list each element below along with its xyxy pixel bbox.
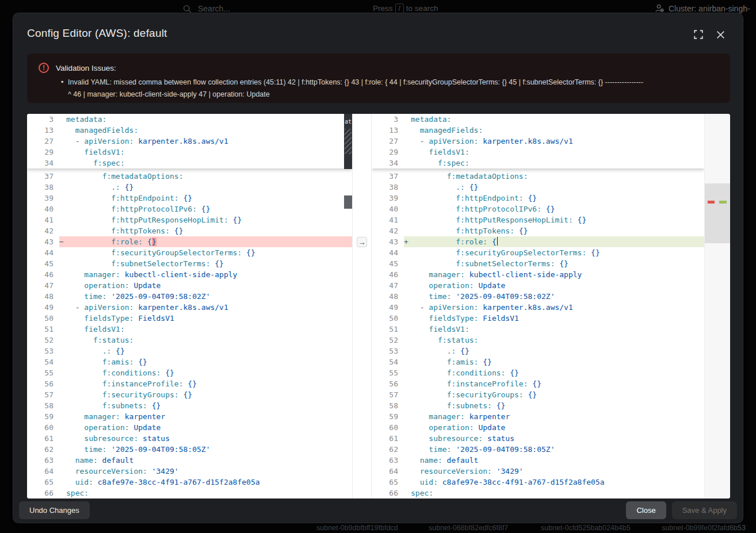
code-token: fieldsV1: bbox=[84, 325, 124, 333]
code-line-59[interactable]: 59 manager: karpenter bbox=[27, 411, 352, 422]
code-line-44[interactable]: 44 f:securityGroupSelectorTerms: {} bbox=[372, 247, 704, 258]
code-line-51[interactable]: 51 fieldsV1: bbox=[372, 324, 704, 335]
code-line-56[interactable]: 56 f:instanceProfile: {} bbox=[27, 378, 352, 389]
fullscreen-button[interactable] bbox=[692, 28, 705, 41]
line-content: f:amis: {} bbox=[404, 356, 704, 367]
code-line-34[interactable]: 34 f:spec: bbox=[372, 158, 704, 168]
code-line-65[interactable]: 65 uid: c8afe97e-38cc-4f91-a767-d15f2a8f… bbox=[372, 477, 704, 488]
code-line-50[interactable]: 50 fieldsType: FieldsV1 bbox=[372, 313, 704, 324]
code-line-61[interactable]: 61 subresource: status bbox=[372, 433, 704, 444]
line-content: - apiVersion: karpenter.k8s.aws/v1 bbox=[59, 136, 352, 147]
line-number: 57 bbox=[27, 389, 59, 400]
code-line-45[interactable]: 45 f:subnetSelectorTerms: {} bbox=[372, 258, 704, 269]
code-line-66[interactable]: 66spec: bbox=[372, 488, 704, 499]
code-line-13[interactable]: 13 managedFields: bbox=[372, 125, 704, 136]
code-line-3[interactable]: 3metadata: bbox=[372, 114, 704, 125]
code-line-57[interactable]: 57 f:securityGroups: {} bbox=[27, 389, 352, 400]
code-line-40[interactable]: 40 f:httpProtocolIPv6: {} bbox=[27, 204, 352, 214]
code-text: resourceVersion: '3429' bbox=[66, 466, 179, 477]
code-line-44[interactable]: 44 f:securityGroupSelectorTerms: {} bbox=[27, 247, 352, 258]
code-line-40[interactable]: 40 f:httpProtocolIPv6: {} bbox=[372, 204, 704, 214]
code-line-27[interactable]: 27 - apiVersion: karpenter.k8s.aws/v1 bbox=[372, 136, 704, 147]
code-line-66[interactable]: 66spec: bbox=[27, 488, 352, 499]
code-line-38[interactable]: 38 .: {} bbox=[372, 182, 704, 193]
code-line-52[interactable]: 52 f:status: bbox=[27, 335, 352, 346]
code-line-62[interactable]: 62 time: '2025-09-04T09:58:05Z' bbox=[27, 444, 352, 455]
code-line-34[interactable]: 34 f:spec: bbox=[27, 158, 352, 168]
code-line-49[interactable]: 49 - apiVersion: karpenter.k8s.aws/v1 bbox=[27, 302, 352, 313]
code-line-62[interactable]: 62 time: '2025-09-04T09:58:05Z' bbox=[372, 444, 704, 455]
code-line-54[interactable]: 54 f:amis: {} bbox=[27, 356, 352, 367]
close-icon-button[interactable] bbox=[714, 28, 727, 41]
sticky-context-original[interactable]: 3metadata:13 managedFields:27 - apiVersi… bbox=[27, 114, 352, 168]
line-content: name: default bbox=[404, 455, 704, 466]
code-line-58[interactable]: 58 f:subnets: {} bbox=[372, 400, 704, 411]
code-line-50[interactable]: 50 fieldsType: FieldsV1 bbox=[27, 313, 352, 324]
sticky-context-modified[interactable]: 3metadata:13 managedFields:27 - apiVersi… bbox=[372, 114, 704, 168]
code-line-64[interactable]: 64 resourceVersion: '3429' bbox=[372, 466, 704, 477]
left-scrollbar-slider[interactable] bbox=[344, 195, 352, 209]
code-line-37[interactable]: 37 f:metadataOptions: bbox=[372, 171, 704, 182]
diff-sign bbox=[59, 444, 66, 455]
code-line-45[interactable]: 45 f:subnetSelectorTerms: {} bbox=[27, 258, 352, 269]
code-line-48[interactable]: 48 time: '2025-09-04T09:58:02Z' bbox=[372, 291, 704, 302]
code-line-53[interactable]: 53 .: {} bbox=[27, 346, 352, 356]
close-button[interactable]: Close bbox=[626, 501, 666, 519]
code-line-60[interactable]: 60 operation: Update bbox=[372, 422, 704, 433]
code-line-42[interactable]: 42 f:httpTokens: {} bbox=[372, 225, 704, 236]
line-number: 61 bbox=[27, 433, 59, 444]
code-line-41[interactable]: 41 f:httpPutResponseHopLimit: {} bbox=[27, 214, 352, 225]
code-line-47[interactable]: 47 operation: Update bbox=[27, 280, 352, 291]
code-line-43[interactable]: 43+ f:role: { bbox=[372, 236, 704, 247]
code-token: '2025-09-04T09:58:02Z' bbox=[451, 292, 555, 301]
code-line-46[interactable]: 46 manager: kubectl-client-side-apply bbox=[27, 269, 352, 280]
modified-pane: 3metadata:13 managedFields:27 - apiVersi… bbox=[372, 114, 704, 499]
code-line-41[interactable]: 41 f:httpPutResponseHopLimit: {} bbox=[372, 214, 704, 225]
line-number: 46 bbox=[372, 269, 404, 280]
code-line-63[interactable]: 63 name: default bbox=[27, 455, 352, 466]
revert-change-button[interactable]: → bbox=[357, 237, 367, 247]
code-line-13[interactable]: 13 managedFields: bbox=[27, 125, 352, 136]
collapsed-region-widget[interactable]: at bbox=[344, 114, 352, 169]
code-line-56[interactable]: 56 f:instanceProfile: {} bbox=[372, 378, 704, 389]
code-line-53[interactable]: 53 .: {} bbox=[372, 346, 704, 356]
code-line-43[interactable]: 43− f:role: {} bbox=[27, 236, 352, 247]
diff-sign bbox=[404, 488, 411, 499]
code-line-39[interactable]: 39 f:httpEndpoint: {} bbox=[27, 193, 352, 204]
code-line-60[interactable]: 60 operation: Update bbox=[27, 422, 352, 433]
code-line-64[interactable]: 64 resourceVersion: '3429' bbox=[27, 466, 352, 477]
code-line-61[interactable]: 61 subresource: status bbox=[27, 433, 352, 444]
code-line-37[interactable]: 37 f:metadataOptions: bbox=[27, 171, 352, 182]
code-line-55[interactable]: 55 f:conditions: {} bbox=[27, 367, 352, 378]
code-line-3[interactable]: 3metadata: bbox=[27, 114, 352, 125]
code-line-42[interactable]: 42 f:httpTokens: {} bbox=[27, 225, 352, 236]
code-line-59[interactable]: 59 manager: karpenter bbox=[372, 411, 704, 422]
code-token bbox=[411, 205, 456, 213]
code-line-29[interactable]: 29 fieldsV1: bbox=[372, 147, 704, 158]
save-apply-button[interactable]: Save & Apply bbox=[672, 501, 737, 519]
code-line-54[interactable]: 54 f:amis: {} bbox=[372, 356, 704, 367]
code-line-39[interactable]: 39 f:httpEndpoint: {} bbox=[372, 193, 704, 204]
code-line-58[interactable]: 58 f:subnets: {} bbox=[27, 400, 352, 411]
code-line-49[interactable]: 49 - apiVersion: karpenter.k8s.aws/v1 bbox=[372, 302, 704, 313]
code-line-29[interactable]: 29 fieldsV1: bbox=[27, 147, 352, 158]
overview-ruler[interactable] bbox=[704, 114, 730, 499]
code-line-65[interactable]: 65 uid: c8afe97e-38cc-4f91-a767-d15f2a8f… bbox=[27, 477, 352, 488]
code-line-51[interactable]: 51 fieldsV1: bbox=[27, 324, 352, 335]
code-line-55[interactable]: 55 f:conditions: {} bbox=[372, 367, 704, 378]
code-line-57[interactable]: 57 f:securityGroups: {} bbox=[372, 389, 704, 400]
code-line-47[interactable]: 47 operation: Update bbox=[372, 280, 704, 291]
code-line-38[interactable]: 38 .: {} bbox=[27, 182, 352, 193]
code-text: .: {} bbox=[411, 346, 469, 356]
modal-footer: Undo Changes Close Save & Apply bbox=[13, 497, 743, 523]
viewport-indicator[interactable] bbox=[705, 183, 730, 243]
diff-sign bbox=[59, 269, 66, 280]
code-line-46[interactable]: 46 manager: kubectl-client-side-apply bbox=[372, 269, 704, 280]
code-line-52[interactable]: 52 f:status: bbox=[372, 335, 704, 346]
code-line-63[interactable]: 63 name: default bbox=[372, 455, 704, 466]
code-token: {} bbox=[179, 194, 192, 202]
undo-changes-button[interactable]: Undo Changes bbox=[19, 501, 90, 519]
code-line-48[interactable]: 48 time: '2025-09-04T09:58:02Z' bbox=[27, 291, 352, 302]
line-number: 38 bbox=[372, 182, 404, 193]
code-line-27[interactable]: 27 - apiVersion: karpenter.k8s.aws/v1 bbox=[27, 136, 352, 147]
